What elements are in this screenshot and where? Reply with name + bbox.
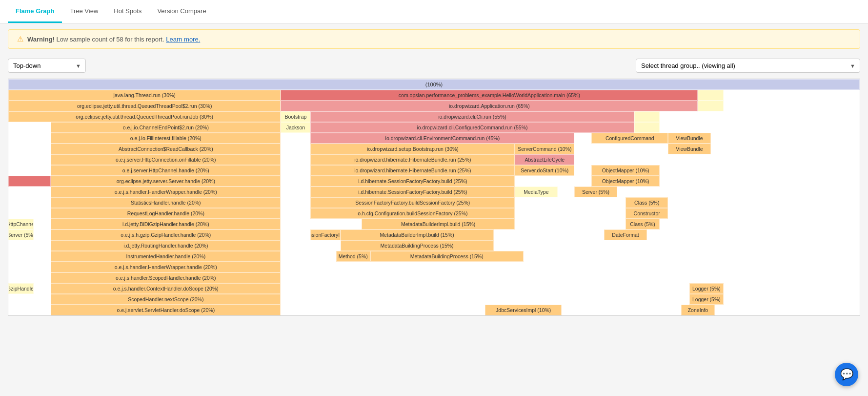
flame-cell[interactable]: o.e.j.s.handler.ScopedHandler.handle (20…	[51, 272, 281, 283]
flame-cell[interactable]: i.d.hibernate.SessionFactoryFactory.buil…	[310, 187, 515, 197]
flame-cell[interactable]: i.d.jetty.BiDiGzipHandler.handle (20%)	[51, 219, 281, 229]
learn-more-link[interactable]: Learn more.	[166, 36, 200, 43]
flame-cell[interactable]: SessionFactoryFactory.buildSessionFactor…	[310, 197, 515, 208]
flame-cell[interactable]: Server (5%)	[8, 229, 34, 240]
flame-cell-empty	[515, 197, 626, 208]
flame-row-9: org.eclipse.jetty.server.Server.handle (…	[8, 176, 860, 187]
flame-cell[interactable]: Class (5%)	[626, 197, 668, 208]
flame-row-7: o.e.j.server.HttpConnection.onFillable (…	[8, 154, 860, 165]
flame-cell[interactable]: Logger (5%)	[689, 294, 724, 305]
flame-cell[interactable]: org.eclipse.jetty.util.thread.QueuedThre…	[8, 101, 281, 111]
flame-cell-empty	[281, 154, 310, 165]
flame-cell[interactable]: MediaType	[515, 187, 557, 197]
flame-row-13: HttpChannel i.d.jetty.BiDiGzipHandler.ha…	[8, 219, 860, 229]
flame-cell[interactable]: o.e.j.io.FillInterest.fillable (20%)	[51, 133, 281, 144]
flame-cell-empty	[34, 283, 51, 294]
flame-cell[interactable]: ScopedHandler.nextScope (20%)	[51, 294, 281, 305]
flame-cell[interactable]: ServerCommand (10%)	[515, 144, 574, 154]
flame-cell[interactable]: o.e.j.s.handler.ContextHandler.doScope (…	[51, 283, 281, 294]
flame-cell[interactable]: Class (5%)	[626, 219, 660, 229]
flame-row-root: (100%)	[8, 79, 860, 90]
flame-row-1: java.lang.Thread.run (30%) com.opsian.pe…	[8, 90, 860, 101]
flame-cell-empty	[8, 133, 51, 144]
flame-cell[interactable]: com.opsian.performance_problems_example.…	[281, 90, 698, 101]
flame-cell-empty	[8, 154, 51, 165]
tab-flame-graph[interactable]: Flame Graph	[8, 0, 62, 23]
flame-cell[interactable]: StatisticsHandler.handle (20%)	[51, 197, 281, 208]
flame-cell[interactable]: Constructor	[626, 208, 668, 219]
flame-cell[interactable]: Server.doStart (10%)	[515, 165, 574, 176]
flame-cell[interactable]: io.dropwizard.setup.Bootstrap.run (30%)	[310, 144, 515, 154]
flame-cell[interactable]: Bootstrap	[281, 111, 310, 122]
thread-group-wrapper: Select thread group.. (viewing all) ▼	[636, 59, 860, 73]
flame-cell[interactable]	[8, 176, 51, 187]
flame-cell-empty	[8, 165, 51, 176]
flame-cell[interactable]: io.dropwizard.cli.ConfiguredCommand.run …	[310, 122, 634, 133]
flame-cell-empty	[281, 187, 310, 197]
flame-cell[interactable]: o.e.j.server.HttpConnection.onFillable (…	[51, 154, 281, 165]
flame-cell[interactable]: AbstractConnection$ReadCallback (20%)	[51, 144, 281, 154]
flame-cell[interactable]: MetadataBuildingProcess (15%)	[370, 251, 524, 262]
flame-cell-empty	[8, 305, 51, 315]
flame-cell[interactable]: o.e.j.s.handler.HandlerWrapper.handle (2…	[51, 262, 281, 272]
flame-cell[interactable]: ObjectMapper (10%)	[591, 176, 660, 187]
flame-cell[interactable]: org.eclipse.jetty.util.thread.QueuedThre…	[8, 111, 281, 122]
flame-cell[interactable]: ObjectMapper (10%)	[591, 165, 660, 176]
flame-cell-empty	[8, 197, 51, 208]
flame-cell[interactable]: Method (5%)	[336, 251, 370, 262]
flame-row-4: o.e.j.io.ChannelEndPoint$2.run (20%) Jac…	[8, 122, 860, 133]
flame-cell[interactable]: i.d.jetty.RoutingHandler.handle (20%)	[51, 240, 281, 251]
tab-tree-view[interactable]: Tree View	[62, 0, 106, 23]
flame-row-14: Server (5%) o.e.j.s.h.gzip.GzipHandler.h…	[8, 229, 860, 240]
flame-cell[interactable]: java.lang.Thread.run (30%)	[8, 90, 281, 101]
flame-cell-empty	[8, 272, 51, 283]
flame-cell-root[interactable]: (100%)	[8, 79, 860, 90]
flame-cell[interactable]: SessionFactoryImpl	[310, 229, 340, 240]
flame-cell[interactable]: io.dropwizard.hibernate.HibernateBundle.…	[310, 154, 515, 165]
flame-cell-empty	[562, 305, 681, 315]
flame-cell[interactable]: org.eclipse.jetty.server.Server.handle (…	[51, 176, 281, 187]
flame-cell-empty	[574, 144, 608, 154]
flame-cell[interactable]: RequestLogHandler.handle (20%)	[51, 208, 281, 219]
flame-cell[interactable]: o.e.j.s.h.gzip.GzipHandler.handle (20%)	[51, 229, 281, 240]
flame-cell[interactable]: o.e.j.s.handler.HandlerWrapper.handle (2…	[51, 187, 281, 197]
flame-cell-empty	[8, 122, 51, 133]
flame-cell[interactable]: io.dropwizard.cli.Cli.run (55%)	[310, 111, 634, 122]
flame-cell[interactable]	[698, 90, 723, 101]
flame-cell[interactable]: DateFormat	[604, 229, 646, 240]
flame-cell[interactable]	[634, 122, 660, 133]
flame-cell[interactable]: Server (5%)	[574, 187, 617, 197]
flame-cell[interactable]: o.e.j.servlet.ServletHandler.doScope (20…	[51, 305, 281, 315]
flame-cell[interactable]: io.dropwizard.cli.EnvironmentCommand.run…	[310, 133, 574, 144]
flame-cell[interactable]	[634, 111, 660, 122]
flame-cell[interactable]: io.dropwizard.hibernate.HibernateBundle.…	[310, 165, 515, 176]
flame-cell[interactable]	[698, 101, 723, 111]
flame-cell-empty	[8, 262, 51, 272]
tab-version-compare[interactable]: Version Compare	[149, 0, 214, 23]
flame-cell[interactable]: o.h.cfg.Configuration.buildSessionFactor…	[310, 208, 515, 219]
thread-group-select[interactable]: Select thread group.. (viewing all)	[636, 59, 860, 73]
view-mode-select[interactable]: Top-down Bottom-up Flat	[8, 59, 86, 73]
flame-cell[interactable]: InstrumentedHandler.handle (20%)	[51, 251, 281, 262]
flame-cell[interactable]: MetadataBuilderImpl.build (15%)	[341, 229, 494, 240]
flame-cell[interactable]: MetadataBuildingProcess (15%)	[341, 240, 494, 251]
flame-cell[interactable]: JdbcServicesImpl (10%)	[485, 305, 562, 315]
flame-cell[interactable]: ViewBundle	[668, 144, 710, 154]
flame-cell[interactable]: HttpChannel	[8, 219, 34, 229]
flame-row-3: org.eclipse.jetty.util.thread.QueuedThre…	[8, 111, 860, 122]
flame-cell[interactable]: o.e.j.server.HttpChannel.handle (20%)	[51, 165, 281, 176]
flame-cell[interactable]: Jackson	[281, 122, 310, 133]
flame-cell[interactable]: ConfiguredCommand	[591, 133, 668, 144]
flame-cell[interactable]: i.d.hibernate.SessionFactoryFactory.buil…	[310, 176, 515, 187]
flame-cell-empty	[281, 133, 310, 144]
flame-cell[interactable]: GzipHandler	[8, 283, 34, 294]
flame-cell[interactable]: ZoneInfo	[681, 305, 715, 315]
flame-cell[interactable]: MetadataBuilderImpl.build (15%)	[362, 219, 515, 229]
flame-cell[interactable]: AbstractLifeCycle	[515, 154, 574, 165]
flame-cell[interactable]: Logger (5%)	[689, 283, 724, 294]
flame-row-5: o.e.j.io.FillInterest.fillable (20%) io.…	[8, 133, 860, 144]
flame-cell[interactable]: o.e.j.io.ChannelEndPoint$2.run (20%)	[51, 122, 281, 133]
tab-hot-spots[interactable]: Hot Spots	[106, 0, 149, 23]
flame-cell[interactable]: ViewBundle	[668, 133, 710, 144]
flame-cell[interactable]: io.dropwizard.Application.run (65%)	[281, 101, 698, 111]
